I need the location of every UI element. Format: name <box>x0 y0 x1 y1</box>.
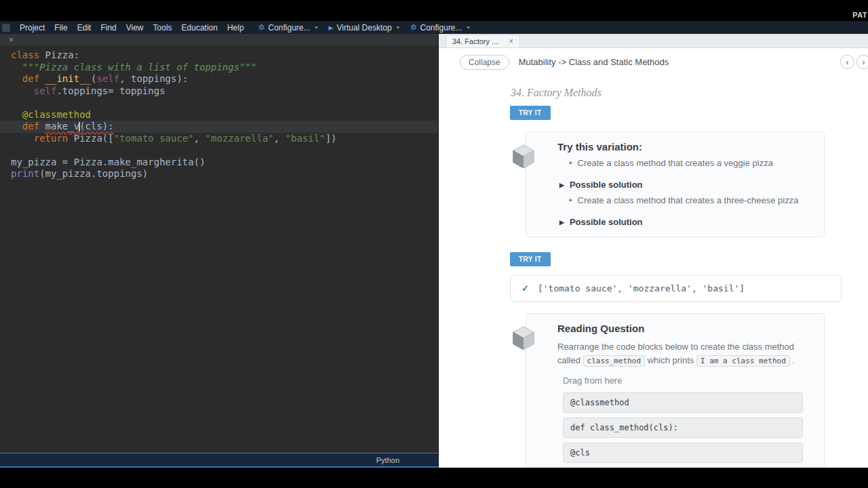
breadcrumb: Mutability -> Class and Static Methods <box>519 57 669 67</box>
chevron-down-icon: ▾ <box>467 24 470 30</box>
code-token: @classmethod <box>11 109 91 120</box>
code-token: return <box>34 133 68 144</box>
close-icon[interactable]: × <box>509 37 513 45</box>
try-it-button-1[interactable]: TRY IT <box>510 106 551 120</box>
lesson-tab[interactable]: 34. Factory ... × <box>446 35 520 47</box>
code-editor[interactable]: class Pizza: """Pizza class with a list … <box>0 45 438 453</box>
menu-item-edit[interactable]: Edit <box>73 23 96 33</box>
code-token: (my_pizza.toppings) <box>39 168 148 179</box>
code-token: self <box>96 73 119 84</box>
lesson-pane: 34. Factory ... × Collapse Mutability ->… <box>439 34 868 468</box>
cube-icon <box>511 325 536 350</box>
bullet-icon: • <box>569 195 572 206</box>
code-token <box>11 121 22 131</box>
menu-item-file[interactable]: File <box>50 23 72 33</box>
code-token: def <box>22 73 39 84</box>
variation-bullet-text: Create a class method that creates a thr… <box>578 195 799 206</box>
menu-item-help[interactable]: Help <box>222 23 249 33</box>
code-line[interactable] <box>11 144 438 157</box>
triangle-right-icon: ▶ <box>559 182 564 188</box>
inline-code-chip: I am a class method <box>696 355 790 367</box>
code-line[interactable]: return Pizza(["tomato sauce", "mozzarell… <box>11 133 438 145</box>
check-icon: ✓ <box>521 283 529 293</box>
drag-block[interactable]: def class_method(cls): <box>563 418 803 438</box>
code-line[interactable] <box>11 97 438 109</box>
collapse-button[interactable]: Collapse <box>460 55 509 70</box>
code-token: ]) <box>326 133 337 144</box>
code-token: self <box>34 85 57 96</box>
code-line[interactable]: def __init__(self, toppings): <box>11 73 438 85</box>
lesson-tab-title: 34. Factory ... <box>452 37 498 45</box>
bullet-icon: • <box>569 158 572 169</box>
possible-solution-label: Possible solution <box>570 217 643 227</box>
code-line-current[interactable]: def make_v(cls): <box>0 121 438 133</box>
screen: PAT ProjectFileEditFindViewToolsEducatio… <box>0 0 868 488</box>
code-token: print <box>11 168 39 179</box>
run-configure-button-2[interactable]: ⚙ Configure... ▾ <box>410 23 470 33</box>
code-token: "mozzarella" <box>205 133 274 144</box>
code-token: (cls): <box>79 121 114 131</box>
lesson-header: Collapse Mutability -> Class and Static … <box>439 48 868 76</box>
code-token: def <box>22 121 45 131</box>
chevron-down-icon: ▾ <box>315 24 318 30</box>
section-title: 34. Factory Methods <box>511 87 868 99</box>
reading-question-heading: Reading Question <box>557 323 806 334</box>
code-token: class <box>11 49 39 60</box>
cube-icon <box>511 143 536 169</box>
next-page-button[interactable]: › <box>856 55 868 69</box>
code-token: .toppings= toppings <box>56 85 165 96</box>
code-line[interactable]: self.toppings= toppings <box>11 85 438 98</box>
menu-item-tools[interactable]: Tools <box>149 23 177 33</box>
run-output-box: ✓ ['tomato sauce', 'mozzarella', 'basil'… <box>510 275 842 302</box>
question-text-part: . <box>792 355 795 365</box>
window-top-bar: PAT <box>0 0 868 21</box>
play-icon: ▶ <box>329 24 334 31</box>
run-configure-label: Configure... <box>420 23 462 33</box>
drag-source-list: @classmethoddef class_method(cls):@clsde… <box>563 392 803 468</box>
app-icon[interactable] <box>2 24 10 32</box>
question-text-part: which prints <box>648 355 694 365</box>
prev-page-button[interactable]: ‹ <box>840 55 854 69</box>
code-line[interactable]: print(my_pizza.toppings) <box>11 168 438 180</box>
run-configure-button-1[interactable]: ⚙ Configure... ▾ <box>258 23 318 33</box>
code-token: my_pizza = Pizza.make_margherita() <box>11 157 205 167</box>
code-token: make_v <box>45 121 80 131</box>
code-token: , <box>194 133 205 144</box>
code-token <box>11 85 34 96</box>
code-token: , toppings): <box>119 73 188 84</box>
possible-solution-toggle-2[interactable]: ▶ Possible solution <box>559 217 810 227</box>
code-token: "tomato sauce" <box>114 133 194 144</box>
virtual-desktop-label: Virtual Desktop <box>336 23 391 33</box>
close-icon[interactable]: × <box>9 36 14 44</box>
variation-heading: Try this variation: <box>557 141 810 152</box>
variation-bullet-2: • Create a class method that creates a t… <box>569 195 810 206</box>
language-label: Python <box>376 456 399 464</box>
editor-tab-bar: × <box>0 34 438 45</box>
code-line[interactable]: my_pizza = Pizza.make_margherita() <box>11 157 438 169</box>
possible-solution-label: Possible solution <box>570 180 643 190</box>
top-right-text: PAT <box>852 11 867 19</box>
drag-block[interactable]: @classmethod <box>563 392 803 413</box>
menu-bar: ProjectFileEditFindViewToolsEducationHel… <box>0 21 868 34</box>
menu-item-project[interactable]: Project <box>15 23 50 33</box>
code-line[interactable]: class Pizza: <box>11 49 438 62</box>
menu-item-find[interactable]: Find <box>96 23 121 33</box>
code-token: """Pizza class with a list of toppings""… <box>11 62 256 73</box>
menu-item-education[interactable]: Education <box>177 23 222 33</box>
run-output-text: ['tomato sauce', 'mozzarella', 'basil'] <box>538 283 745 293</box>
try-it-button-2[interactable]: TRY IT <box>510 252 551 266</box>
triangle-right-icon: ▶ <box>559 219 564 226</box>
code-token: , <box>274 133 285 144</box>
editor-status-bar: Python <box>0 453 438 468</box>
variation-bullet-1: • Create a class method that creates a v… <box>569 158 810 169</box>
possible-solution-toggle-1[interactable]: ▶ Possible solution <box>559 180 810 190</box>
code-token <box>11 133 34 144</box>
code-token: Pizza([ <box>68 133 113 144</box>
menu-item-view[interactable]: View <box>121 23 149 33</box>
code-token: "basil" <box>285 133 326 144</box>
virtual-desktop-button[interactable]: ▶ Virtual Desktop ▾ <box>329 23 399 33</box>
drag-block[interactable]: @cls <box>563 443 803 463</box>
main-split: × class Pizza: """Pizza class with a lis… <box>0 34 868 468</box>
code-line[interactable]: @classmethod <box>11 109 438 121</box>
code-line[interactable]: """Pizza class with a list of toppings""… <box>11 62 438 74</box>
